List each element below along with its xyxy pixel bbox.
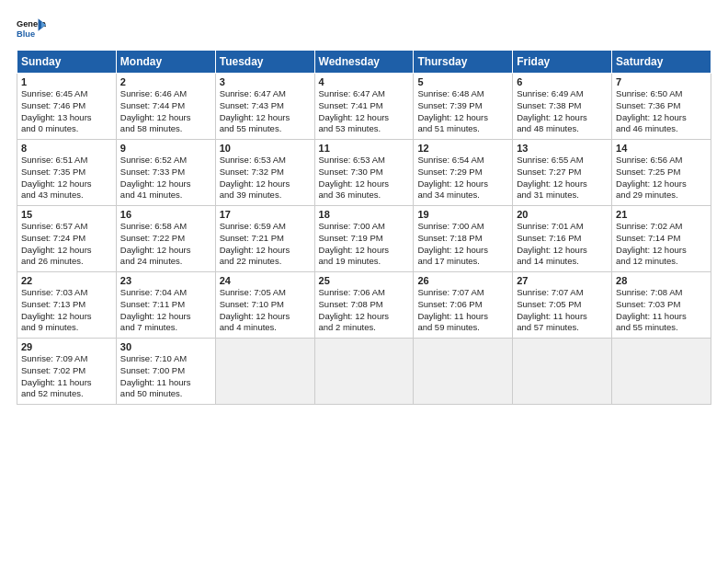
day-number: 8 [21, 143, 112, 154]
logo-icon: General Blue [17, 17, 46, 42]
calendar-cell: 25Sunrise: 7:06 AMSunset: 7:08 PMDayligh… [314, 272, 414, 339]
day-info: Sunrise: 7:07 AMSunset: 7:06 PMDaylight:… [417, 287, 508, 334]
calendar-cell: 9Sunrise: 6:52 AMSunset: 7:33 PMDaylight… [116, 140, 215, 206]
calendar-cell: 3Sunrise: 6:47 AMSunset: 7:43 PMDaylight… [215, 74, 314, 140]
day-info: Sunrise: 6:46 AMSunset: 7:44 PMDaylight:… [120, 88, 211, 135]
day-number: 28 [616, 275, 707, 286]
day-info: Sunrise: 6:56 AMSunset: 7:25 PMDaylight:… [616, 155, 707, 201]
day-info: Sunrise: 6:48 AMSunset: 7:39 PMDaylight:… [417, 88, 508, 135]
calendar-cell: 10Sunrise: 6:53 AMSunset: 7:32 PMDayligh… [215, 140, 314, 206]
day-info: Sunrise: 7:08 AMSunset: 7:03 PMDaylight:… [616, 287, 707, 334]
day-info: Sunrise: 6:45 AMSunset: 7:46 PMDaylight:… [21, 88, 112, 135]
dow-header: Monday [116, 51, 215, 74]
calendar-cell: 15Sunrise: 6:57 AMSunset: 7:24 PMDayligh… [17, 206, 117, 272]
day-number: 11 [319, 143, 410, 154]
day-number: 20 [517, 209, 608, 220]
day-number: 3 [220, 76, 311, 87]
calendar-cell: 28Sunrise: 7:08 AMSunset: 7:03 PMDayligh… [612, 272, 711, 339]
calendar-cell: 2Sunrise: 6:46 AMSunset: 7:44 PMDaylight… [116, 74, 215, 140]
dow-header: Tuesday [215, 51, 314, 74]
day-info: Sunrise: 7:00 AMSunset: 7:18 PMDaylight:… [417, 221, 508, 268]
day-number: 6 [517, 76, 608, 87]
calendar-cell [215, 339, 314, 405]
dow-header: Wednesday [314, 51, 414, 74]
dow-header: Saturday [612, 51, 711, 74]
calendar-cell: 1Sunrise: 6:45 AMSunset: 7:46 PMDaylight… [17, 74, 117, 140]
day-number: 30 [120, 341, 211, 352]
calendar-cell: 5Sunrise: 6:48 AMSunset: 7:39 PMDaylight… [414, 74, 513, 140]
day-info: Sunrise: 6:51 AMSunset: 7:35 PMDaylight:… [21, 155, 112, 201]
day-info: Sunrise: 6:53 AMSunset: 7:32 PMDaylight:… [220, 155, 311, 201]
day-number: 2 [120, 76, 211, 87]
calendar-cell [612, 339, 711, 405]
header: General Blue [17, 17, 711, 42]
day-number: 5 [417, 76, 508, 87]
dow-header: Thursday [414, 51, 513, 74]
calendar-cell: 12Sunrise: 6:54 AMSunset: 7:29 PMDayligh… [414, 140, 513, 206]
day-info: Sunrise: 7:02 AMSunset: 7:14 PMDaylight:… [616, 221, 707, 268]
calendar-cell: 6Sunrise: 6:49 AMSunset: 7:38 PMDaylight… [513, 74, 612, 140]
calendar-cell: 8Sunrise: 6:51 AMSunset: 7:35 PMDaylight… [17, 140, 117, 206]
day-number: 22 [21, 275, 112, 286]
day-number: 27 [517, 275, 608, 286]
calendar-cell [314, 339, 414, 405]
day-info: Sunrise: 6:54 AMSunset: 7:29 PMDaylight:… [417, 155, 508, 201]
day-number: 29 [21, 341, 112, 352]
calendar-cell [414, 339, 513, 405]
day-number: 18 [319, 209, 410, 220]
day-number: 7 [616, 76, 707, 87]
calendar-cell: 30Sunrise: 7:10 AMSunset: 7:00 PMDayligh… [116, 339, 215, 405]
calendar-cell: 22Sunrise: 7:03 AMSunset: 7:13 PMDayligh… [17, 272, 117, 339]
day-number: 4 [319, 76, 410, 87]
calendar-cell: 21Sunrise: 7:02 AMSunset: 7:14 PMDayligh… [612, 206, 711, 272]
dow-header: Sunday [17, 51, 117, 74]
calendar-cell: 14Sunrise: 6:56 AMSunset: 7:25 PMDayligh… [612, 140, 711, 206]
day-info: Sunrise: 6:57 AMSunset: 7:24 PMDaylight:… [21, 221, 112, 268]
calendar: SundayMondayTuesdayWednesdayThursdayFrid… [17, 50, 711, 405]
day-number: 13 [517, 143, 608, 154]
day-number: 24 [220, 275, 311, 286]
dow-header: Friday [513, 51, 612, 74]
day-info: Sunrise: 7:06 AMSunset: 7:08 PMDaylight:… [319, 287, 410, 334]
day-info: Sunrise: 7:10 AMSunset: 7:00 PMDaylight:… [120, 353, 211, 400]
day-number: 1 [21, 76, 112, 87]
day-info: Sunrise: 7:09 AMSunset: 7:02 PMDaylight:… [21, 353, 112, 400]
calendar-cell: 29Sunrise: 7:09 AMSunset: 7:02 PMDayligh… [17, 339, 117, 405]
day-number: 16 [120, 209, 211, 220]
day-info: Sunrise: 7:07 AMSunset: 7:05 PMDaylight:… [517, 287, 608, 334]
day-number: 17 [220, 209, 311, 220]
day-info: Sunrise: 7:05 AMSunset: 7:10 PMDaylight:… [220, 287, 311, 334]
calendar-cell: 26Sunrise: 7:07 AMSunset: 7:06 PMDayligh… [414, 272, 513, 339]
day-info: Sunrise: 6:55 AMSunset: 7:27 PMDaylight:… [517, 155, 608, 201]
day-info: Sunrise: 6:47 AMSunset: 7:41 PMDaylight:… [319, 88, 410, 135]
calendar-cell: 27Sunrise: 7:07 AMSunset: 7:05 PMDayligh… [513, 272, 612, 339]
calendar-cell: 20Sunrise: 7:01 AMSunset: 7:16 PMDayligh… [513, 206, 612, 272]
day-number: 23 [120, 275, 211, 286]
day-info: Sunrise: 6:59 AMSunset: 7:21 PMDaylight:… [220, 221, 311, 268]
calendar-cell: 23Sunrise: 7:04 AMSunset: 7:11 PMDayligh… [116, 272, 215, 339]
calendar-cell: 24Sunrise: 7:05 AMSunset: 7:10 PMDayligh… [215, 272, 314, 339]
day-number: 19 [417, 209, 508, 220]
calendar-cell: 16Sunrise: 6:58 AMSunset: 7:22 PMDayligh… [116, 206, 215, 272]
day-number: 10 [220, 143, 311, 154]
logo: General Blue [17, 17, 46, 42]
day-number: 15 [21, 209, 112, 220]
calendar-cell [513, 339, 612, 405]
day-number: 21 [616, 209, 707, 220]
svg-text:Blue: Blue [17, 29, 35, 39]
day-info: Sunrise: 6:52 AMSunset: 7:33 PMDaylight:… [120, 155, 211, 201]
day-info: Sunrise: 7:04 AMSunset: 7:11 PMDaylight:… [120, 287, 211, 334]
calendar-cell: 7Sunrise: 6:50 AMSunset: 7:36 PMDaylight… [612, 74, 711, 140]
day-number: 12 [417, 143, 508, 154]
day-number: 25 [319, 275, 410, 286]
calendar-cell: 17Sunrise: 6:59 AMSunset: 7:21 PMDayligh… [215, 206, 314, 272]
day-number: 26 [417, 275, 508, 286]
calendar-cell: 19Sunrise: 7:00 AMSunset: 7:18 PMDayligh… [414, 206, 513, 272]
calendar-cell: 4Sunrise: 6:47 AMSunset: 7:41 PMDaylight… [314, 74, 414, 140]
day-info: Sunrise: 6:53 AMSunset: 7:30 PMDaylight:… [319, 155, 410, 201]
page: General Blue SundayMondayTuesdayWednesda… [0, 0, 728, 414]
day-info: Sunrise: 7:01 AMSunset: 7:16 PMDaylight:… [517, 221, 608, 268]
calendar-cell: 13Sunrise: 6:55 AMSunset: 7:27 PMDayligh… [513, 140, 612, 206]
day-number: 14 [616, 143, 707, 154]
calendar-cell: 18Sunrise: 7:00 AMSunset: 7:19 PMDayligh… [314, 206, 414, 272]
